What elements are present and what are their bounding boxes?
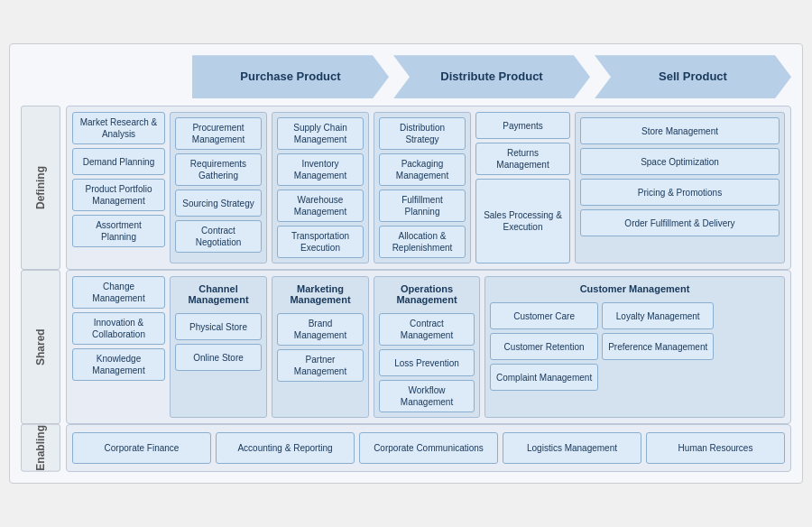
operations-mgmt-title: Operations Management (379, 282, 475, 307)
box-customer-care: Customer Care (490, 302, 598, 329)
defining-purchase-col2: Procurement Management Requirements Gath… (170, 112, 267, 264)
box-warehouse-mgmt: Warehouse Management (277, 190, 364, 222)
defining-content: Market Research & Analysis Demand Planni… (66, 106, 791, 270)
defining-distribute-col1: Supply Chain Management Inventory Manage… (272, 112, 369, 264)
box-innovation: Innovation & Collaboration (72, 312, 165, 345)
box-product-portfolio: Product Portfolio Management (72, 179, 165, 211)
box-accounting-reporting: Accounting & Reporting (216, 432, 355, 464)
defining-distribute-col2: Distribution Strategy Packaging Manageme… (374, 112, 471, 264)
box-corporate-comms: Corporate Communications (359, 432, 498, 464)
defining-sell-col1: Payments Returns Management Sales Proces… (475, 112, 570, 264)
purchase-arrow-label: Purchase Product (240, 69, 340, 85)
shared-customer-mgmt: Customer Management Customer Care Custom… (484, 276, 785, 418)
marketing-mgmt-title: Marketing Management (277, 282, 364, 307)
box-contract-mgmt: Contract Management (379, 313, 475, 346)
distribute-arrow-label: Distribute Product (440, 69, 542, 85)
box-change-mgmt: Change Management (72, 276, 165, 309)
enabling-label: Enabling (21, 424, 60, 472)
shared-operations-mgmt: Operations Management Contract Managemen… (374, 276, 480, 418)
shared-row: Shared Change Management Innovation & Co… (21, 270, 791, 424)
box-transportation: Transportation Execution (277, 226, 364, 258)
box-requirements-gathering: Requirements Gathering (175, 153, 262, 186)
box-preference-mgmt: Preference Management (602, 333, 714, 360)
customer-right-col: Loyalty Management Preference Management (602, 302, 714, 391)
box-inventory-mgmt: Inventory Management (277, 153, 364, 186)
shared-content: Change Management Innovation & Collabora… (66, 270, 791, 424)
box-loyalty-mgmt: Loyalty Management (602, 302, 714, 329)
box-online-store: Online Store (175, 344, 262, 371)
shared-label: Shared (21, 270, 60, 424)
box-payments: Payments (475, 112, 570, 139)
shared-col1: Change Management Innovation & Collabora… (72, 276, 165, 418)
customer-mgmt-inner: Customer Care Customer Retention Complai… (490, 302, 780, 391)
defining-row: Defining Market Research & Analysis Dema… (21, 106, 791, 270)
box-physical-store: Physical Store (175, 313, 262, 340)
box-pricing-promo: Pricing & Promotions (580, 179, 780, 206)
box-sourcing-strategy: Sourcing Strategy (175, 190, 262, 217)
defining-purchase-col1: Market Research & Analysis Demand Planni… (72, 112, 165, 264)
box-knowledge-mgmt: Knowledge Management (72, 348, 165, 381)
customer-mgmt-title: Customer Management (490, 282, 780, 296)
box-sales-processing: Sales Processing & Execution (475, 179, 570, 264)
box-distribution-strategy: Distribution Strategy (379, 117, 466, 150)
box-supply-chain: Supply Chain Management (277, 117, 364, 150)
enabling-row: Enabling Corporate Finance Accounting & … (21, 424, 791, 472)
diagram-container: Purchase Product Distribute Product Sell… (9, 43, 803, 484)
box-corporate-finance: Corporate Finance (72, 432, 211, 464)
box-complaint-mgmt: Complaint Management (490, 364, 598, 391)
box-logistics-mgmt: Logistics Management (503, 432, 641, 464)
channel-mgmt-title: Channel Management (175, 282, 262, 307)
defining-sell-col2: Store Management Space Optimization Pric… (575, 112, 785, 264)
defining-label: Defining (21, 106, 60, 270)
box-partner-mgmt: Partner Management (277, 349, 364, 382)
box-fulfillment-planning: Fulfillment Planning (379, 190, 466, 222)
enabling-content: Corporate Finance Accounting & Reporting… (66, 424, 791, 472)
box-market-research: Market Research & Analysis (72, 112, 165, 144)
box-returns-mgmt: Returns Management (475, 143, 570, 175)
box-demand-planning: Demand Planning (72, 148, 165, 175)
box-allocation: Allocation & Replenishment (379, 226, 466, 258)
shared-channel-mgmt: Channel Management Physical Store Online… (170, 276, 267, 418)
box-human-resources: Human Resources (646, 432, 785, 464)
box-brand-mgmt: Brand Management (277, 313, 364, 346)
arrows-row: Purchase Product Distribute Product Sell… (21, 55, 791, 98)
shared-marketing-mgmt: Marketing Management Brand Management Pa… (272, 276, 369, 418)
box-order-fulfillment: Order Fulfillment & Delivery (580, 209, 780, 236)
customer-left-col: Customer Care Customer Retention Complai… (490, 302, 598, 391)
box-space-opt: Space Optimization (580, 148, 780, 175)
box-assortment-planning: Assortment Planning (72, 215, 165, 247)
box-procurement-mgmt: Procurement Management (175, 117, 262, 150)
box-contract-negotiation: Contract Negotiation (175, 220, 262, 253)
box-packaging-mgmt: Packaging Management (379, 153, 466, 186)
sell-arrow-label: Sell Product (659, 69, 727, 85)
box-loss-prevention: Loss Prevention (379, 349, 475, 376)
box-customer-retention: Customer Retention (490, 333, 598, 360)
box-store-mgmt: Store Management (580, 117, 780, 144)
box-workflow-mgmt: Workflow Management (379, 380, 475, 412)
